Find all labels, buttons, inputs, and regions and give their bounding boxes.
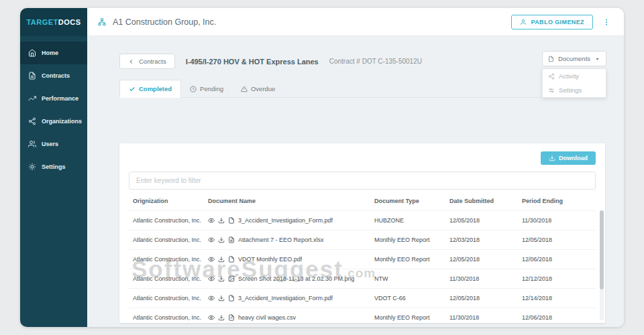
documents-dropdown-button[interactable]: Documents	[542, 51, 606, 66]
column-header-period-ending: Period Ending	[522, 198, 596, 204]
table-row[interactable]: Atlantic Construction, Inc. heavy civil …	[129, 308, 596, 323]
view-icon[interactable]	[208, 217, 215, 224]
documents-dropdown-label: Documents	[558, 55, 590, 62]
tab-overdue[interactable]: Overdue	[232, 80, 284, 97]
tab-completed[interactable]: Completed	[119, 80, 181, 98]
user-button[interactable]: PABLO GIMENEZ	[511, 15, 593, 29]
tab-label: Pending	[200, 85, 223, 92]
menu-item-settings[interactable]: Settings	[543, 83, 606, 97]
clock-icon	[190, 86, 197, 92]
document-name[interactable]: 3_Accident_Investigation_Form.pdf	[238, 295, 333, 302]
company-name: A1 Construction Group, Inc.	[113, 17, 216, 27]
row-document-type: VDOT C-66	[374, 295, 449, 302]
download-row-icon[interactable]	[218, 295, 225, 302]
row-organization: Atlantic Construction, Inc.	[129, 237, 208, 243]
table-row[interactable]: Atlantic Construction, Inc. 3_Accident_I…	[129, 210, 596, 230]
contract-number: Contract # DOT C-135-50012U	[329, 58, 422, 65]
row-date-submitted: 11/30/2018	[449, 275, 522, 282]
document-name[interactable]: Attachment 7 - EEO Report.xlsx	[238, 237, 324, 243]
download-row-icon[interactable]	[218, 237, 225, 243]
status-tabs: Completed Pending Overdue	[119, 80, 605, 98]
pdf-file-icon	[228, 217, 235, 224]
overflow-menu-button[interactable]	[600, 17, 613, 27]
row-document-type: Monthly EEO Report	[374, 314, 449, 321]
sidebar-item-label: Users	[42, 141, 58, 147]
table-header: Orignization Document Name Document Type…	[129, 190, 596, 210]
column-header-organization: Orignization	[129, 198, 208, 204]
chevron-down-icon	[594, 56, 600, 62]
row-date-submitted: 12/05/2018	[449, 256, 522, 263]
column-header-date-submitted: Date Submitted	[449, 198, 522, 204]
tab-pending[interactable]: Pending	[181, 80, 232, 97]
sidebar-item-settings[interactable]: Settings	[20, 155, 87, 178]
row-document-type: Monthly EEO Report	[374, 237, 449, 243]
sidebar-item-organizations[interactable]: Organizations	[20, 110, 87, 133]
logo-primary: TARGET	[26, 18, 58, 26]
download-row-icon[interactable]	[218, 275, 225, 282]
documents-card: Download Orignization Document Name Docu…	[119, 143, 605, 323]
view-icon[interactable]	[208, 256, 215, 263]
menu-item-label: Settings	[559, 86, 582, 94]
table-row[interactable]: Atlantic Construction, Inc. 3_Accident_I…	[129, 288, 596, 308]
pdf-file-icon	[228, 295, 235, 302]
org-chart-icon	[98, 18, 106, 26]
back-button-label: Contracts	[139, 58, 166, 65]
view-icon[interactable]	[208, 237, 215, 243]
csv-file-icon	[228, 314, 235, 321]
image-file-icon	[228, 275, 235, 282]
table-scrollbar[interactable]	[600, 210, 604, 320]
menu-item-activity[interactable]: Activity	[543, 69, 606, 83]
organizations-icon	[28, 117, 36, 125]
document-name[interactable]: heavy civil wages.csv	[238, 314, 296, 321]
menu-item-label: Activity	[559, 72, 579, 80]
document-name[interactable]: Screen Shot 2018-11-13 at 2.02.30 PM.png	[238, 275, 354, 282]
download-row-icon[interactable]	[218, 217, 225, 224]
table-row[interactable]: Atlantic Construction, Inc. Attachment 7…	[129, 230, 596, 249]
table-row[interactable]: Atlantic Construction, Inc. Screen Shot …	[129, 269, 596, 288]
sidebar-item-contracts[interactable]: Contracts	[20, 64, 87, 87]
row-date-submitted: 12/05/2018	[449, 217, 522, 224]
sidebar-item-label: Organizations	[42, 118, 82, 125]
column-header-document-name: Document Name	[208, 198, 374, 204]
performance-icon	[28, 94, 36, 103]
scrollbar-thumb[interactable]	[600, 210, 604, 289]
download-button[interactable]: Download	[541, 151, 596, 165]
app-window: TARGETDOCS A1 Construction Group, Inc. P…	[20, 8, 624, 327]
row-period-ending: 12/12/2018	[522, 275, 596, 282]
row-organization: Atlantic Construction, Inc.	[129, 256, 208, 263]
sidebar-item-users[interactable]: Users	[20, 133, 87, 155]
table-row[interactable]: Atlantic Construction, Inc. VDOT Monthly…	[129, 249, 596, 269]
download-button-label: Download	[559, 155, 588, 161]
row-date-submitted: 12/05/2018	[449, 295, 522, 302]
row-period-ending: 12/06/2018	[522, 256, 596, 263]
caret-left-icon	[128, 58, 135, 65]
sidebar-item-home[interactable]: Home	[20, 42, 87, 64]
download-row-icon[interactable]	[218, 314, 225, 321]
sidebar-item-performance[interactable]: Performance	[20, 87, 87, 110]
pdf-file-icon	[228, 256, 235, 263]
view-icon[interactable]	[208, 275, 215, 282]
tab-label: Completed	[139, 85, 172, 92]
dots-vertical-icon	[602, 18, 610, 26]
activity-icon	[548, 73, 555, 80]
download-row-icon[interactable]	[218, 256, 225, 263]
gear-icon	[28, 163, 36, 171]
back-to-contracts-button[interactable]: Contracts	[119, 54, 175, 69]
documents-dropdown-menu: Activity Settings	[542, 68, 606, 98]
row-period-ending: 12/05/2018	[522, 237, 596, 243]
row-organization: Atlantic Construction, Inc.	[129, 314, 208, 321]
view-icon[interactable]	[208, 295, 215, 302]
row-document-type: NTW	[374, 275, 449, 282]
document-name[interactable]: VDOT Monthly EEO.pdf	[238, 256, 302, 263]
contract-title: I-495/I-270 HOV & HOT Express Lanes	[186, 58, 319, 66]
row-organization: Atlantic Construction, Inc.	[129, 275, 208, 282]
filter-input[interactable]	[129, 172, 596, 190]
row-organization: Atlantic Construction, Inc.	[129, 217, 208, 224]
row-date-submitted: 12/03/2018	[449, 237, 522, 243]
view-icon[interactable]	[208, 314, 215, 321]
check-icon	[129, 86, 136, 92]
breadcrumb: Contracts I-495/I-270 HOV & HOT Express …	[119, 54, 537, 69]
document-name[interactable]: 3_Accident_Investigation_Form.pdf	[238, 217, 333, 224]
download-icon	[549, 155, 555, 161]
sidebar-item-label: Performance	[42, 95, 78, 102]
